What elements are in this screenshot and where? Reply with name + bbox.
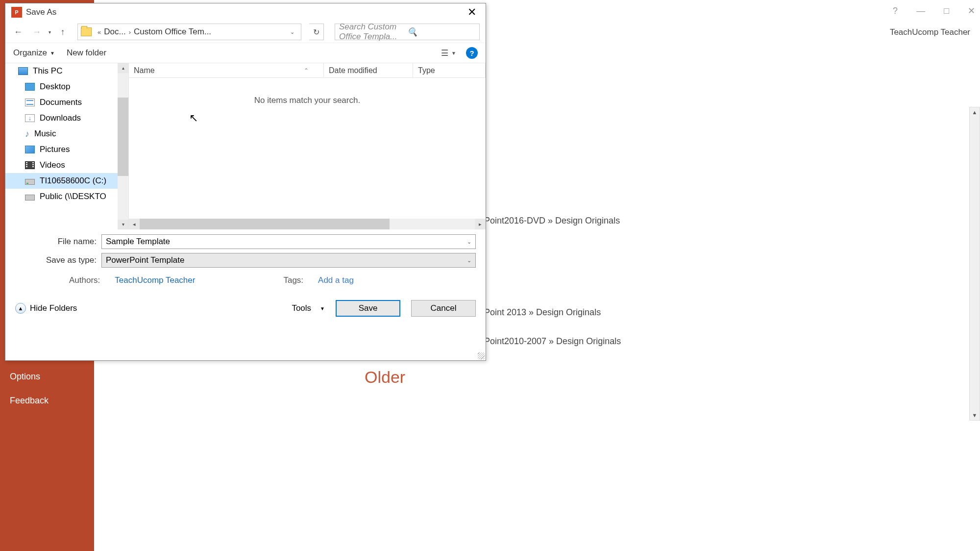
scroll-up-icon[interactable]: ▴ <box>118 63 128 73</box>
close-button[interactable]: ✕ <box>460 3 484 21</box>
scroll-right-icon[interactable]: ▸ <box>475 219 486 229</box>
list-header: Name⌃ Date modified Type <box>129 63 486 78</box>
resize-grip[interactable] <box>478 352 485 359</box>
column-name[interactable]: Name⌃ <box>129 63 324 77</box>
scrollbar-track[interactable] <box>140 219 475 229</box>
chevron-down-icon: ▼ <box>320 306 325 311</box>
tree-desktop[interactable]: Desktop <box>5 79 128 95</box>
search-input[interactable]: Search Custom Office Templa... 🔍 <box>335 24 480 40</box>
scroll-down-icon[interactable]: ▼ <box>970 410 980 420</box>
dialog-footer: ▲ Hide Folders Tools▼ Save Cancel <box>5 291 486 326</box>
organize-button[interactable]: Organize▼ <box>13 48 55 58</box>
tree-pictures[interactable]: Pictures <box>5 142 128 157</box>
save-as-dialog: P Save As ✕ ← → ▾ ↑ « Doc... › Custom Of… <box>5 3 486 361</box>
savetype-dropdown[interactable]: PowerPoint Template⌄ <box>101 253 476 268</box>
dialog-titlebar[interactable]: P Save As ✕ <box>5 3 486 21</box>
column-type[interactable]: Type <box>413 63 486 77</box>
scrollbar-thumb[interactable] <box>118 98 128 176</box>
desktop-icon <box>25 83 35 91</box>
breadcrumb-overflow[interactable]: « <box>98 28 101 36</box>
chevron-down-icon: ▼ <box>451 50 456 56</box>
tree-music[interactable]: ♪Music <box>5 126 128 142</box>
authors-label: Authors: <box>69 276 100 285</box>
chevron-right-icon[interactable]: › <box>129 28 131 36</box>
tree-net-public[interactable]: Public (\\DESKTO⌄ <box>5 189 128 204</box>
tree-documents[interactable]: Documents <box>5 95 128 110</box>
close-bg-icon[interactable]: ✕ <box>968 5 975 16</box>
empty-message: No items match your search. <box>129 78 486 105</box>
collapse-icon: ▲ <box>15 303 26 314</box>
chevron-down-icon[interactable]: ⌄ <box>467 239 471 245</box>
tree-downloads[interactable]: Downloads <box>5 110 128 126</box>
new-folder-button[interactable]: New folder <box>67 48 106 58</box>
sidebar-options[interactable]: Options <box>0 365 94 389</box>
horizontal-scrollbar[interactable]: ◂ ▸ <box>129 219 486 229</box>
tree-this-pc[interactable]: This PC <box>5 63 128 79</box>
save-button[interactable]: Save <box>336 300 400 317</box>
pc-icon <box>18 67 28 75</box>
network-drive-icon <box>25 195 35 200</box>
scrollbar-thumb[interactable] <box>140 219 390 229</box>
scroll-left-icon[interactable]: ◂ <box>129 219 140 229</box>
dialog-toolbar: Organize▼ New folder ☰ ▼ ? <box>5 43 486 63</box>
filename-label: File name: <box>15 237 101 247</box>
bg-scrollbar[interactable]: ▲ ▼ <box>969 107 980 421</box>
breadcrumb-dropdown-icon[interactable]: ⌄ <box>286 29 298 35</box>
tools-button[interactable]: Tools▼ <box>292 303 325 313</box>
scroll-down-icon[interactable]: ▾ <box>118 220 128 229</box>
breadcrumb[interactable]: « Doc... › Custom Office Tem... ⌄ <box>77 24 301 40</box>
save-fields: File name: Sample Template⌄ Save as type… <box>5 229 486 291</box>
view-button[interactable]: ☰ ▼ <box>441 48 456 58</box>
search-icon[interactable]: 🔍 <box>407 27 475 37</box>
tree-scrollbar[interactable]: ▴ ▾ <box>118 63 128 229</box>
powerpoint-icon: P <box>11 7 22 18</box>
authors-value[interactable]: TeachUcomp Teacher <box>115 276 195 285</box>
breadcrumb-item-2[interactable]: Custom Office Tem... <box>134 27 211 37</box>
help-icon[interactable]: ? <box>893 6 898 16</box>
recent-path-3[interactable]: rPoint2010-2007 » Design Originals <box>481 336 980 347</box>
back-button[interactable]: ← <box>11 25 25 39</box>
tree-drive-c[interactable]: TI10658600C (C:) <box>5 173 128 189</box>
older-heading: Older <box>365 368 405 387</box>
help-button[interactable]: ? <box>466 47 478 59</box>
minimize-icon[interactable]: — <box>916 6 925 16</box>
filename-input[interactable]: Sample Template⌄ <box>101 234 476 249</box>
folder-icon <box>81 27 92 36</box>
downloads-icon <box>25 114 35 122</box>
sidebar-feedback[interactable]: Feedback <box>0 389 94 413</box>
forward-button[interactable]: → <box>30 25 44 39</box>
view-details-icon: ☰ <box>441 48 448 58</box>
nav-bar: ← → ▾ ↑ « Doc... › Custom Office Tem... … <box>5 21 486 43</box>
dialog-title: Save As <box>26 7 56 17</box>
search-placeholder: Search Custom Office Templa... <box>339 22 407 42</box>
tags-label: Tags: <box>283 276 303 285</box>
maximize-icon[interactable]: □ <box>944 6 949 16</box>
up-button[interactable]: ↑ <box>56 25 70 39</box>
tree-videos[interactable]: Videos <box>5 157 128 173</box>
drive-icon <box>25 179 35 185</box>
breadcrumb-item-1[interactable]: Doc... <box>104 27 125 37</box>
column-date[interactable]: Date modified <box>324 63 413 77</box>
folder-tree[interactable]: This PC Desktop Documents Downloads ♪Mus… <box>5 63 129 229</box>
videos-icon <box>25 161 35 169</box>
scroll-up-icon[interactable]: ▲ <box>970 107 980 117</box>
cancel-button[interactable]: Cancel <box>411 300 476 317</box>
savetype-label: Save as type: <box>15 255 101 265</box>
hide-folders-button[interactable]: ▲ Hide Folders <box>15 303 77 314</box>
chevron-down-icon[interactable]: ⌄ <box>467 257 471 264</box>
file-list[interactable]: Name⌃ Date modified Type No items match … <box>129 63 486 229</box>
documents-icon <box>25 99 35 106</box>
sort-asc-icon: ⌃ <box>304 67 309 74</box>
refresh-button[interactable]: ↻ <box>309 24 324 40</box>
pictures-icon <box>25 146 35 153</box>
tags-add[interactable]: Add a tag <box>318 276 354 285</box>
recent-path-1[interactable]: rPoint2016-DVD » Design Originals <box>481 216 980 226</box>
history-dropdown-icon[interactable]: ▾ <box>49 29 51 35</box>
recent-path-2[interactable]: rPoint 2013 » Design Originals <box>481 307 980 318</box>
chevron-down-icon: ▼ <box>50 50 55 56</box>
music-icon: ♪ <box>25 129 29 138</box>
user-name[interactable]: TeachUcomp Teacher <box>890 27 970 37</box>
